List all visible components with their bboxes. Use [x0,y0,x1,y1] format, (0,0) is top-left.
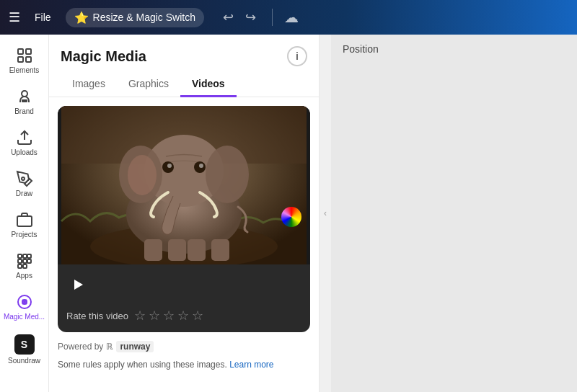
apps-icon [16,252,33,270]
svg-point-29 [167,164,172,168]
sidebar-item-elements[interactable]: Elements [0,41,48,81]
main-layout: Elements Brand Uploads Dra [0,35,577,392]
projects-label: Projects [11,231,37,239]
uploads-icon [16,129,33,146]
panel-title: Magic Media [61,48,146,65]
rules-text: Some rules apply when using these images… [58,358,310,371]
magic-media-panel: Magic Media i Images Graphics Videos [49,35,320,392]
nav-controls: ↩ ↪ [219,6,260,28]
icon-sidebar: Elements Brand Uploads Dra [0,35,49,392]
svg-rect-0 [18,49,23,54]
topbar: ☰ File ⭐ Resize & Magic Switch ↩ ↪ ☁ [0,0,577,35]
svg-marker-35 [74,280,83,290]
star-1[interactable]: ☆ [134,308,146,324]
sidebar-item-magic[interactable]: Magic Med... [0,288,48,327]
video-thumbnail [58,106,310,264]
elements-label: Elements [9,66,40,75]
panel-content: Rate this video ☆ ☆ ☆ ☆ ☆ Powered by ℝ r… [49,97,319,392]
rate-label: Rate this video [66,311,128,321]
draw-icon [16,170,33,187]
tab-videos[interactable]: Videos [180,72,237,97]
svg-point-7 [22,177,25,180]
brand-icon [16,88,33,105]
star-3[interactable]: ☆ [163,308,175,324]
svg-rect-12 [18,259,22,263]
svg-rect-2 [18,57,23,62]
video-card: Rate this video ☆ ☆ ☆ ☆ ☆ [58,106,310,332]
svg-rect-16 [23,264,27,268]
svg-point-4 [22,91,27,97]
play-icon [71,277,85,292]
svg-rect-32 [168,239,186,261]
title-text: Resize & Magic Switch [93,12,195,23]
powered-by: Powered by ℝ runway [58,341,310,352]
runway-r-icon: ℝ [106,342,113,352]
undo-button[interactable]: ↩ [219,6,238,28]
file-menu[interactable]: File [29,9,57,26]
powered-by-text: Powered by [58,342,103,352]
svg-rect-11 [27,254,31,258]
video-controls [58,264,310,305]
rules-text-content: Some rules apply when using these images… [58,360,227,370]
collapse-handle[interactable]: ‹ [320,35,331,392]
star-5[interactable]: ☆ [192,308,203,324]
svg-rect-3 [26,57,31,62]
svg-point-26 [128,155,157,195]
sidebar-item-projects[interactable]: Projects [0,205,48,245]
redo-button[interactable]: ↪ [241,6,260,28]
brand-label: Brand [14,107,34,116]
soundraw-logo: S [14,334,35,355]
elements-icon [16,47,33,64]
play-button[interactable] [66,273,89,296]
cloud-save-icon[interactable]: ☁ [284,9,299,26]
star-2[interactable]: ☆ [149,308,160,324]
document-title[interactable]: ⭐ Resize & Magic Switch [66,8,204,27]
svg-rect-9 [18,254,22,258]
elephant-svg [58,106,310,264]
svg-rect-13 [23,259,27,263]
tab-images[interactable]: Images [61,72,117,97]
sidebar-item-soundraw[interactable]: S Soundraw [0,329,48,371]
sidebar-item-brand[interactable]: Brand [0,82,48,122]
svg-rect-14 [27,259,31,263]
apps-label: Apps [16,272,32,280]
rate-section: Rate this video ☆ ☆ ☆ ☆ ☆ [58,305,310,332]
hamburger-icon[interactable]: ☰ [9,9,20,25]
svg-rect-1 [26,49,31,54]
projects-icon [16,211,33,228]
svg-point-18 [22,300,27,304]
magic-icon [16,293,33,311]
soundraw-label: Soundraw [8,357,40,365]
svg-rect-31 [144,239,162,261]
star-rating: ☆ ☆ ☆ ☆ ☆ [134,308,203,324]
position-label: Position [343,43,379,55]
svg-point-25 [206,146,249,203]
runway-label: runway [116,341,154,352]
star-4[interactable]: ☆ [177,308,189,324]
draw-label: Draw [16,190,32,198]
svg-point-30 [199,164,203,168]
rainbow-icon [281,207,301,227]
sidebar-item-apps[interactable]: Apps [0,246,48,286]
svg-rect-8 [17,216,32,226]
uploads-label: Uploads [11,148,38,157]
divider [272,9,273,26]
svg-rect-5 [22,99,27,102]
canvas-area[interactable]: Position [331,35,577,392]
svg-rect-33 [188,239,206,261]
svg-rect-34 [211,239,229,261]
panel-tabs: Images Graphics Videos [49,72,319,97]
tab-graphics[interactable]: Graphics [117,72,180,97]
sidebar-item-uploads[interactable]: Uploads [0,123,48,163]
info-button[interactable]: i [287,46,307,66]
learn-more-link[interactable]: Learn more [229,360,273,370]
svg-rect-10 [23,254,27,258]
star-icon: ⭐ [74,11,89,24]
sidebar-item-draw[interactable]: Draw [0,164,48,204]
magic-label: Magic Med... [4,313,45,321]
svg-rect-15 [18,264,22,268]
panel-header: Magic Media i [49,35,319,72]
